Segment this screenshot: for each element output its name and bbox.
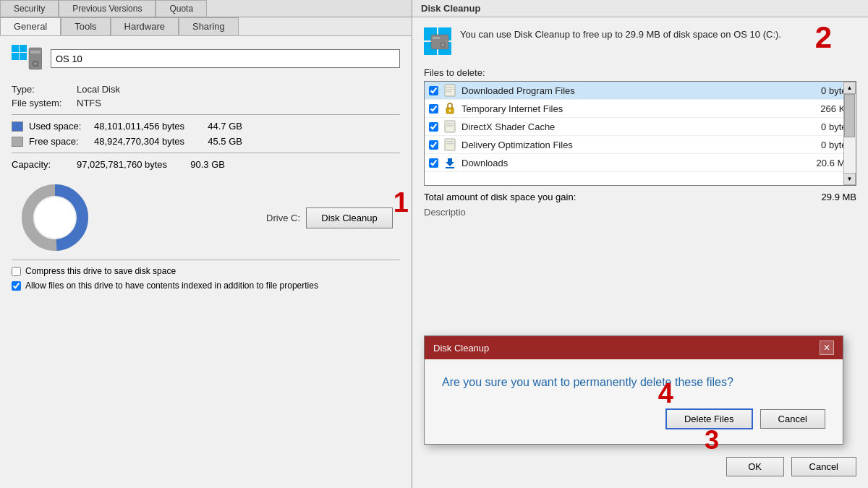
ok-button[interactable]: OK [726,457,784,476]
used-space-row: Used space: 48,101,011,456 bytes 44.7 GB [12,121,400,132]
file-name-delivery: Delivery Optimization Files [461,140,804,150]
tab-previous-versions[interactable]: Previous Versions [59,0,156,17]
index-row[interactable]: Allow files on this drive to have conten… [12,281,400,291]
tabs-top-row: Security Previous Versions Quota [0,0,412,17]
scroll-down-arrow[interactable]: ▼ [843,173,856,185]
file-checkbox-downloaded[interactable] [429,86,438,95]
file-list-container: Downloaded Program Files 0 bytes Tempora… [424,81,856,186]
index-checkbox[interactable] [12,281,21,291]
disk-cleanup-button[interactable]: Disk Cleanup [306,207,393,228]
capacity-bytes: 97,025,781,760 bytes [77,159,182,170]
svg-rect-3 [20,53,27,60]
svg-rect-32 [446,167,454,168]
total-value: 29.9 MB [822,192,856,202]
scroll-up-arrow[interactable]: ▲ [843,82,856,94]
separator-3 [12,260,400,260]
svg-rect-2 [12,53,19,60]
file-list: Downloaded Program Files 0 bytes Tempora… [425,82,856,185]
svg-point-7 [35,63,37,65]
filesystem-value: NTFS [77,98,101,108]
cancel-button[interactable]: Cancel [791,457,856,476]
tabs-bottom-row: General Tools Hardware Sharing [0,17,412,36]
used-color-box [12,121,23,132]
total-space-row: Total amount of disk space you gain: 29.… [412,186,868,204]
tab-tools[interactable]: Tools [61,17,110,35]
svg-rect-20 [446,87,454,88]
svg-rect-21 [446,89,454,90]
filesystem-row: File system: NTFS [12,98,400,108]
file-name-downloads: Downloads [461,158,804,168]
svg-point-24 [449,110,451,112]
modal-body: Are you sure you want to permanently del… [425,359,843,444]
modal-question: Are you sure you want to permanently del… [442,374,825,391]
svg-rect-26 [446,123,454,124]
svg-rect-27 [446,125,454,127]
file-name-temp: Temporary Internet Files [461,103,804,114]
tab-general[interactable]: General [0,17,61,35]
description-section: Descriptio [412,204,868,221]
file-checkbox-delivery[interactable] [429,140,438,150]
svg-rect-22 [446,91,451,93]
svg-rect-16 [433,37,440,39]
separator-1 [12,114,400,115]
modal-close-button[interactable]: ✕ [820,341,834,355]
modal-cancel-button[interactable]: Cancel [760,409,825,429]
capacity-gb: 90.3 GB [182,159,225,170]
disk-cleanup-modal: Disk Cleanup ✕ Are you sure you want to … [424,335,843,445]
used-label: Used space: [29,121,94,132]
svg-rect-0 [12,45,19,52]
annotation-3: 3 [705,425,719,455]
svg-rect-19 [445,85,455,96]
drive-name-input[interactable] [51,49,400,68]
file-checkbox-downloads[interactable] [429,158,438,168]
svg-rect-28 [445,139,455,150]
svg-rect-29 [446,141,454,142]
capacity-row: Capacity: 97,025,781,760 bytes 90.3 GB [12,159,400,170]
drive-header [12,45,400,72]
tab-security[interactable]: Security [0,0,59,17]
right-title: Disk Cleanup [412,0,868,17]
annotation-1: 1 [393,187,409,218]
tab-sharing[interactable]: Sharing [179,17,239,35]
compress-checkbox[interactable] [12,267,21,276]
disk-cleanup-header: You can use Disk Cleanup to free up to 2… [412,17,868,67]
scrollbar-track: ▲ ▼ [843,82,856,185]
used-gb: 44.7 GB [199,121,242,132]
description-label: Descriptio [424,207,466,218]
free-color-box [12,137,23,147]
index-label: Allow files on this drive to have conten… [25,281,318,291]
donut-area: Drive C: Disk Cleanup 1 [12,181,400,254]
right-bottom-buttons: 3 OK Cancel [726,457,856,476]
file-item-downloaded[interactable]: Downloaded Program Files 0 bytes [425,82,856,100]
disk-cleanup-btn-area: Drive C: Disk Cleanup 1 [266,207,393,228]
free-space-row: Free space: 48,924,770,304 bytes 45.5 GB [12,136,400,147]
file-item-delivery[interactable]: Delivery Optimization Files 0 bytes [425,136,856,154]
file-icon-downloads [443,156,457,169]
file-icon-delivery [443,138,457,151]
header-description: You can use Disk Cleanup to free up to 2… [460,27,781,42]
modal-title-bar: Disk Cleanup ✕ [425,336,843,359]
svg-rect-5 [30,51,41,53]
file-checkbox-temp[interactable] [429,104,438,114]
tab-hardware[interactable]: Hardware [111,17,179,35]
file-item-temp-internet[interactable]: Temporary Internet Files 266 KB [425,100,856,118]
windows-icon [424,27,451,57]
file-checkbox-directx[interactable] [429,122,438,132]
type-row: Type: Local Disk [12,84,400,95]
svg-marker-31 [446,158,454,166]
tab-quota[interactable]: Quota [156,0,207,17]
file-icon-directx [443,120,457,133]
file-item-downloads[interactable]: Downloads 20.6 MB [425,154,856,172]
left-content: Type: Local Disk File system: NTFS Used … [0,36,412,488]
file-name-directx: DirectX Shader Cache [461,121,804,132]
modal-buttons: 4 Delete Files Cancel [442,408,825,429]
scrollbar-thumb[interactable] [844,94,855,137]
file-item-directx[interactable]: DirectX Shader Cache 0 bytes [425,118,856,136]
compress-row[interactable]: Compress this drive to save disk space [12,266,400,276]
disk-usage-chart [19,181,91,254]
drive-c-label: Drive C: [266,213,300,223]
file-icon-downloaded [443,84,457,97]
filesystem-label: File system: [12,98,77,108]
space-rows: Used space: 48,101,011,456 bytes 44.7 GB… [12,121,400,147]
used-bytes: 48,101,011,456 bytes [94,121,199,132]
